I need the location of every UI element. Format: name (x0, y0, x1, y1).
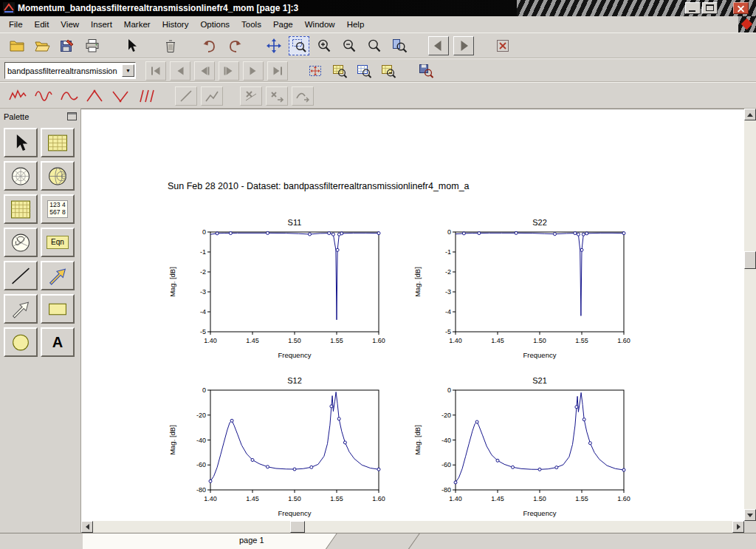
zoom-out-view-icon[interactable] (378, 61, 399, 81)
menu-options[interactable]: Options (194, 18, 236, 31)
vertical-scrollbar[interactable] (744, 109, 756, 521)
page-tab[interactable]: page 1 (83, 533, 337, 549)
menu-insert[interactable]: Insert (85, 18, 118, 31)
plot-s12[interactable]: S121.401.451.501.551.600-20-40-60-80Freq… (166, 369, 388, 521)
menu-help[interactable]: Help (341, 18, 371, 31)
svg-text:-2: -2 (445, 268, 451, 276)
palette-rectangle-shape-button[interactable] (41, 294, 75, 324)
svg-text:-20: -20 (441, 412, 451, 419)
palette-line-tool-button[interactable] (4, 261, 38, 290)
trace-smooth-icon[interactable] (58, 86, 80, 106)
delete-icon[interactable] (160, 36, 181, 55)
palette-dock-icon[interactable] (67, 112, 77, 120)
zoom-area-icon[interactable] (289, 36, 309, 55)
save-icon[interactable] (57, 36, 78, 55)
folder-icon[interactable] (7, 36, 27, 55)
toolbar-gap (292, 70, 301, 71)
palette-stacked-plot-button[interactable] (4, 194, 38, 224)
toolbar-main (0, 33, 756, 58)
palette-polar-plot-button[interactable] (4, 161, 38, 191)
view-all-icon[interactable] (305, 61, 326, 81)
polyline-tool-icon (201, 86, 223, 106)
palette-equation-button[interactable]: Eqn (41, 228, 75, 257)
zoom-full-icon[interactable] (354, 61, 374, 81)
palette-arrow-outline-button[interactable] (4, 294, 38, 324)
palette-text-tool-button[interactable]: A (41, 327, 75, 357)
trace-multi-icon[interactable] (136, 86, 158, 106)
folder-open-icon[interactable] (32, 36, 52, 55)
menu-window[interactable]: Window (299, 18, 341, 31)
zoom-save-icon[interactable] (416, 61, 436, 81)
pointer-icon[interactable] (121, 36, 142, 55)
zoom-page-icon[interactable] (389, 36, 410, 55)
scroll-down-button[interactable] (744, 509, 756, 521)
close-x-icon[interactable] (492, 36, 513, 55)
svg-text:1.55: 1.55 (330, 337, 343, 344)
vertical-scroll-thumb[interactable] (744, 251, 756, 269)
menu-tools[interactable]: Tools (236, 18, 267, 31)
menu-marker[interactable]: Marker (118, 18, 157, 31)
menu-view[interactable]: View (55, 18, 85, 31)
scroll-left-button[interactable] (81, 521, 93, 533)
title-bar: Momentum_bandpassfilterrealtransmissionl… (0, 0, 756, 16)
delete-trace-icon (240, 86, 262, 106)
combobox-dropdown-icon[interactable]: ▼ (122, 64, 134, 77)
palette-arrow-filled-button[interactable] (41, 261, 75, 290)
menu-edit[interactable]: Edit (29, 18, 55, 31)
palette-list-plot-button[interactable]: 123 4 567 8 (41, 194, 75, 224)
plot-s21[interactable]: S211.401.451.501.551.600-20-40-60-80Freq… (411, 369, 633, 521)
horizontal-scroll-thumb[interactable] (290, 521, 305, 533)
svg-text:0: 0 (202, 386, 206, 394)
page-next-icon[interactable] (453, 36, 474, 55)
page-tab-strip: page 1 (0, 533, 756, 549)
palette-antenna-plot-button[interactable] (4, 228, 38, 257)
toolbar-gap (414, 46, 424, 47)
svg-text:-4: -4 (200, 308, 206, 316)
palette-smith-chart-button[interactable] (41, 161, 75, 191)
page-prev-icon[interactable] (428, 36, 449, 55)
zoom-out-icon[interactable] (339, 36, 360, 55)
plot-s22[interactable]: S221.401.451.501.551.600-1-2-3-4-5Freque… (411, 211, 633, 363)
svg-text:1.45: 1.45 (491, 495, 504, 502)
zoom-in-icon[interactable] (314, 36, 334, 55)
palette-pointer-button[interactable] (4, 128, 38, 157)
menu-file[interactable]: File (3, 18, 29, 31)
toolbar-gap (227, 95, 236, 96)
zoom-icon[interactable] (364, 36, 385, 55)
svg-text:Frequency: Frequency (523, 509, 557, 517)
svg-text:Mag. [dB]: Mag. [dB] (168, 425, 176, 455)
svg-text:-40: -40 (196, 437, 206, 444)
svg-text:1.60: 1.60 (617, 495, 630, 502)
menu-history[interactable]: History (157, 18, 195, 31)
nav-next-icon (243, 61, 264, 81)
close-button[interactable] (733, 2, 749, 14)
trace-step-icon[interactable] (7, 86, 29, 106)
palette-rect-plot-button[interactable] (41, 128, 75, 157)
dataset-heading: Sun Feb 28 2010 - Dataset: bandpassfilte… (168, 181, 470, 191)
scroll-up-button[interactable] (744, 109, 756, 120)
print-icon[interactable] (82, 36, 103, 55)
arrow-down-icon (747, 514, 753, 517)
svg-text:1.45: 1.45 (246, 495, 259, 502)
dataset-combobox[interactable]: bandpassfilterrealtransmission ▼ (4, 62, 136, 79)
move-icon[interactable] (264, 36, 284, 55)
minimize-button[interactable] (685, 2, 701, 14)
trace-valley-icon[interactable] (110, 86, 132, 106)
trace-peak-icon[interactable] (84, 86, 106, 106)
redo-icon[interactable] (224, 36, 245, 55)
undo-icon[interactable] (199, 36, 220, 55)
dataset-combobox-value: bandpassfilterrealtransmission (5, 67, 122, 75)
maximize-button[interactable] (702, 2, 718, 14)
trace-sine-icon[interactable] (32, 86, 55, 106)
palette-ellipse-shape-button[interactable] (4, 327, 38, 357)
menu-page[interactable]: Page (267, 18, 299, 31)
palette-list-plot-label: 123 4 567 8 (47, 200, 67, 218)
scroll-right-button[interactable] (732, 521, 744, 533)
svg-text:-3: -3 (200, 288, 206, 296)
nav-prev-icon (170, 61, 190, 81)
horizontal-scrollbar[interactable] (81, 521, 744, 533)
plot-s11[interactable]: S111.401.451.501.551.600-1-2-3-4-5Freque… (166, 211, 388, 363)
document-canvas[interactable]: Sun Feb 28 2010 - Dataset: bandpassfilte… (81, 109, 744, 521)
nav-last-icon (267, 61, 288, 81)
zoom-window-icon[interactable] (329, 61, 350, 81)
